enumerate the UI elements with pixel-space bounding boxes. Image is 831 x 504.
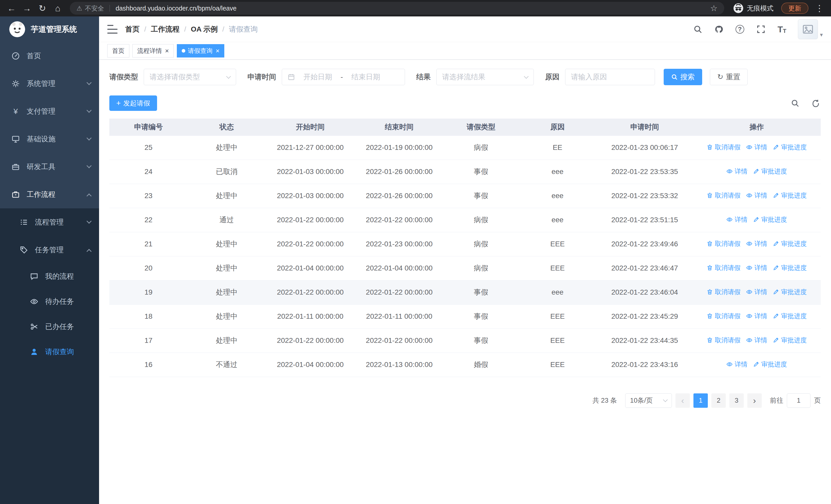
- reload-icon[interactable]: ↻: [35, 1, 49, 15]
- cell-reason: eee: [518, 159, 597, 184]
- approval-progress-link[interactable]: 审批进度: [753, 215, 787, 224]
- detail-link[interactable]: 详情: [746, 288, 767, 296]
- tab-process-detail[interactable]: 流程详情 ×: [133, 44, 174, 58]
- bookmark-star-icon[interactable]: ☆: [710, 3, 718, 13]
- tab-home[interactable]: 首页: [107, 44, 130, 58]
- cancel-leave-link[interactable]: 取消请假: [707, 143, 740, 151]
- page-button-3[interactable]: 3: [729, 393, 744, 408]
- url-text: dashboard.yudao.iocoder.cn/bpm/oa/leave: [115, 5, 236, 12]
- approval-progress-link[interactable]: 审批进度: [773, 312, 807, 320]
- eye-icon: [726, 216, 733, 223]
- cell-start-time: 2022-01-11 00:00:00: [266, 304, 355, 328]
- leave-type-select[interactable]: 请选择请假类型: [144, 69, 236, 85]
- detail-link[interactable]: 详情: [726, 167, 747, 176]
- detail-link[interactable]: 详情: [726, 215, 747, 224]
- close-icon[interactable]: ×: [215, 48, 220, 54]
- sidebar-filler: [0, 364, 99, 504]
- edit-icon: [753, 216, 760, 223]
- sidebar-item-infrastructure[interactable]: 基础设施: [0, 125, 99, 153]
- more-menu-icon[interactable]: ⋮: [812, 1, 826, 15]
- approval-progress-link[interactable]: 审批进度: [773, 336, 807, 345]
- reset-button[interactable]: ↻ 重置: [710, 69, 748, 85]
- back-icon[interactable]: ←: [5, 1, 19, 15]
- approval-progress-link[interactable]: 审批进度: [773, 239, 807, 248]
- page-size-select[interactable]: 10条/页: [625, 393, 672, 408]
- help-icon[interactable]: ?: [735, 24, 745, 34]
- collapse-sidebar-icon[interactable]: [107, 25, 118, 34]
- cell-status: 处理中: [188, 184, 266, 208]
- sidebar-item-process-mgmt[interactable]: 流程管理: [0, 208, 99, 236]
- page-button-1[interactable]: 1: [693, 393, 708, 408]
- home-icon[interactable]: ⌂: [51, 1, 65, 15]
- cancel-leave-link[interactable]: 取消请假: [707, 288, 740, 296]
- font-size-icon[interactable]: TT: [777, 24, 787, 34]
- approval-progress-link[interactable]: 审批进度: [773, 264, 807, 272]
- user-avatar[interactable]: ▾: [798, 19, 823, 39]
- detail-link[interactable]: 详情: [746, 191, 767, 200]
- app-logo[interactable]: 芋道管理系统: [0, 17, 99, 42]
- cell-reason: eee: [518, 208, 597, 232]
- cancel-leave-link[interactable]: 取消请假: [707, 312, 740, 320]
- breadcrumb-item[interactable]: OA 示例: [191, 24, 218, 34]
- detail-link[interactable]: 详情: [746, 239, 767, 248]
- cancel-leave-link[interactable]: 取消请假: [707, 336, 740, 345]
- sidebar-item-dev-tools[interactable]: 研发工具: [0, 153, 99, 181]
- cell-actions: 取消请假详情审批进度: [693, 280, 821, 304]
- cell-status: 已取消: [188, 159, 266, 184]
- detail-link[interactable]: 详情: [746, 264, 767, 272]
- breadcrumb: 首页 / 工作流程 / OA 示例 / 请假查询: [125, 24, 258, 34]
- cell-actions: 取消请假详情审批进度: [693, 256, 821, 280]
- approval-progress-link[interactable]: 审批进度: [773, 288, 807, 296]
- breadcrumb-item[interactable]: 首页: [125, 24, 140, 34]
- sidebar-item-todo-tasks[interactable]: 待办任务: [0, 289, 99, 314]
- end-date-input[interactable]: [346, 73, 385, 81]
- sidebar-item-my-process[interactable]: 我的流程: [0, 264, 99, 289]
- cancel-leave-link[interactable]: 取消请假: [707, 264, 740, 272]
- cell-actions: 取消请假详情审批进度: [693, 136, 821, 159]
- cancel-leave-link[interactable]: 取消请假: [707, 191, 740, 200]
- detail-link[interactable]: 详情: [746, 143, 767, 151]
- goto-label: 前往: [770, 396, 783, 405]
- eye-icon: [746, 240, 752, 247]
- next-page-button[interactable]: ›: [747, 393, 762, 408]
- fullscreen-icon[interactable]: [756, 24, 766, 34]
- result-select[interactable]: 请选择流结果: [436, 69, 534, 85]
- forward-icon[interactable]: →: [20, 1, 34, 15]
- cancel-leave-link[interactable]: 取消请假: [707, 239, 740, 248]
- detail-link[interactable]: 详情: [726, 360, 747, 368]
- prev-page-button[interactable]: ‹: [676, 393, 690, 408]
- github-icon[interactable]: [714, 24, 724, 34]
- sidebar-item-system-mgmt[interactable]: 系统管理: [0, 70, 99, 97]
- sidebar-item-payment-mgmt[interactable]: ¥ 支付管理: [0, 97, 99, 125]
- approval-progress-link[interactable]: 审批进度: [773, 191, 807, 200]
- sidebar-item-leave-query[interactable]: 请假查询: [0, 339, 99, 364]
- search-icon[interactable]: [693, 24, 703, 34]
- sidebar-item-task-mgmt[interactable]: 任务管理: [0, 236, 99, 264]
- breadcrumb-item[interactable]: 工作流程: [151, 24, 180, 34]
- cell-end-time: 2022-01-22 00:00:00: [355, 208, 444, 232]
- address-bar[interactable]: ⚠ 不安全 dashboard.yudao.iocoder.cn/bpm/oa/…: [70, 2, 724, 14]
- create-leave-button[interactable]: + 发起请假: [109, 95, 157, 111]
- sidebar-item-done-tasks[interactable]: 已办任务: [0, 314, 99, 339]
- date-range-picker[interactable]: -: [282, 69, 405, 85]
- sidebar-item-workflow[interactable]: 工作流程: [0, 181, 99, 208]
- approval-progress-link[interactable]: 审批进度: [753, 167, 787, 176]
- approval-progress-link[interactable]: 审批进度: [753, 360, 787, 368]
- sidebar-item-home[interactable]: 首页: [0, 42, 99, 70]
- cell-leave-type: 病假: [444, 208, 518, 232]
- update-button[interactable]: 更新: [781, 3, 808, 14]
- cell-start-time: 2022-01-03 00:00:00: [266, 184, 355, 208]
- refresh-table-icon[interactable]: [810, 98, 821, 108]
- detail-link[interactable]: 详情: [746, 312, 767, 320]
- page-button-2[interactable]: 2: [711, 393, 726, 408]
- search-toggle-icon[interactable]: [790, 98, 800, 108]
- start-date-input[interactable]: [298, 73, 337, 81]
- close-icon[interactable]: ×: [165, 48, 169, 54]
- approval-progress-link[interactable]: 审批进度: [773, 143, 807, 151]
- browser-chrome: ← → ↻ ⌂ ⚠ 不安全 dashboard.yudao.iocoder.cn…: [0, 0, 831, 17]
- search-button[interactable]: 搜索: [664, 69, 702, 85]
- reason-input[interactable]: [565, 69, 655, 85]
- tab-leave-query[interactable]: 请假查询 ×: [177, 44, 224, 58]
- goto-page-input[interactable]: [787, 393, 810, 408]
- detail-link[interactable]: 详情: [746, 336, 767, 345]
